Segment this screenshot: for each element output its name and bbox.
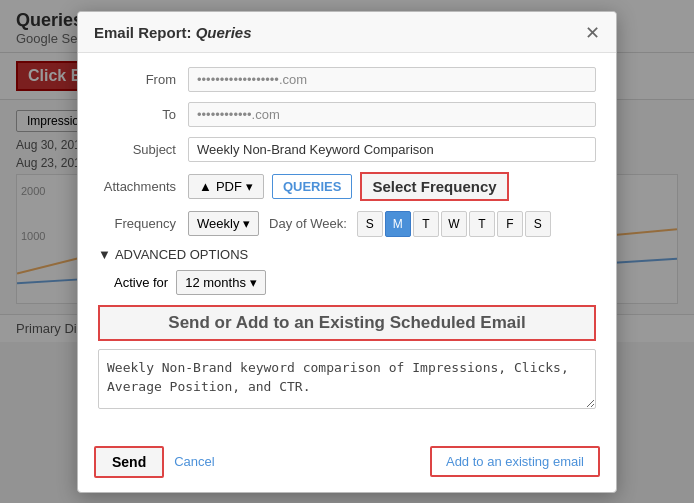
day-btn-s2[interactable]: S [525, 211, 551, 237]
advanced-content: Active for 12 months ▾ [98, 270, 596, 295]
day-btn-t2[interactable]: T [469, 211, 495, 237]
day-buttons: S M T W T F S [357, 211, 551, 237]
subject-label: Subject [98, 142, 188, 157]
modal-overlay: Email Report: Queries ✕ From To Subject [0, 0, 694, 503]
to-row: To [98, 102, 596, 127]
send-button[interactable]: Send [94, 446, 164, 478]
message-textarea[interactable] [98, 349, 596, 409]
advanced-options-section: ▼ ADVANCED OPTIONS Active for 12 months … [98, 247, 596, 295]
modal-close-button[interactable]: ✕ [585, 24, 600, 42]
modal-header: Email Report: Queries ✕ [78, 12, 616, 53]
frequency-dropdown[interactable]: Weekly ▾ [188, 211, 259, 236]
advanced-toggle[interactable]: ▼ ADVANCED OPTIONS [98, 247, 596, 262]
pdf-icon: ▲ [199, 179, 212, 194]
day-btn-m[interactable]: M [385, 211, 411, 237]
email-report-modal: Email Report: Queries ✕ From To Subject [77, 11, 617, 493]
frequency-label: Frequency [98, 216, 188, 231]
subject-input[interactable] [188, 137, 596, 162]
months-dropdown[interactable]: 12 months ▾ [176, 270, 265, 295]
modal-title: Email Report: Queries [94, 24, 252, 41]
attachments-row: Attachments ▲ PDF ▾ QUERIES Select Frequ… [98, 172, 596, 201]
send-add-annotation: Send or Add to an Existing Scheduled Ema… [98, 305, 596, 341]
attachments-label: Attachments [98, 179, 188, 194]
advanced-options-label: ADVANCED OPTIONS [115, 247, 248, 262]
day-btn-t1[interactable]: T [413, 211, 439, 237]
queries-button[interactable]: QUERIES [272, 174, 353, 199]
cancel-button[interactable]: Cancel [174, 454, 214, 469]
pdf-label: PDF [216, 179, 242, 194]
day-of-week-label: Day of Week: [269, 216, 347, 231]
footer-left: Send Cancel [94, 446, 215, 478]
attachments-controls: ▲ PDF ▾ QUERIES Select Frequency [188, 172, 509, 201]
from-input[interactable] [188, 67, 596, 92]
advanced-toggle-icon: ▼ [98, 247, 111, 262]
day-btn-f[interactable]: F [497, 211, 523, 237]
add-existing-button[interactable]: Add to an existing email [430, 446, 600, 477]
subject-row: Subject [98, 137, 596, 162]
to-input[interactable] [188, 102, 596, 127]
frequency-controls: Weekly ▾ Day of Week: S M T W T F S [188, 211, 551, 237]
pdf-dropdown-arrow: ▾ [246, 179, 253, 194]
frequency-row: Frequency Weekly ▾ Day of Week: S M T W … [98, 211, 596, 237]
modal-footer: Send Cancel Add to an existing email [78, 436, 616, 492]
day-btn-s1[interactable]: S [357, 211, 383, 237]
active-for-label: Active for [114, 275, 168, 290]
select-frequency-annotation: Select Frequency [360, 172, 508, 201]
modal-body: From To Subject Attachments ▲ PDF [78, 53, 616, 436]
to-label: To [98, 107, 188, 122]
pdf-button[interactable]: ▲ PDF ▾ [188, 174, 264, 199]
day-btn-w[interactable]: W [441, 211, 467, 237]
from-label: From [98, 72, 188, 87]
from-row: From [98, 67, 596, 92]
